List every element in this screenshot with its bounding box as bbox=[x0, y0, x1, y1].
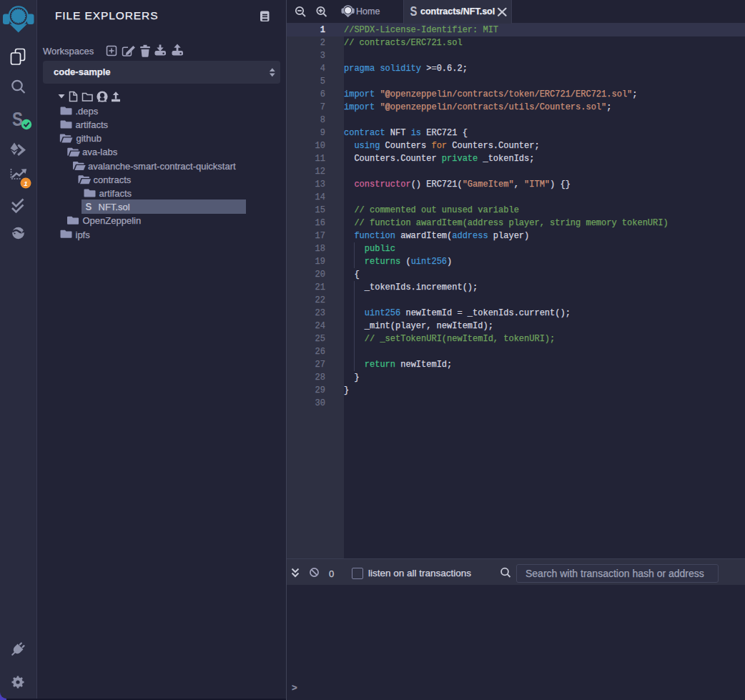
svg-text:S: S bbox=[12, 108, 23, 130]
svg-text:S: S bbox=[86, 200, 92, 212]
svg-text:S: S bbox=[410, 4, 418, 18]
svg-text:1: 1 bbox=[24, 179, 27, 187]
